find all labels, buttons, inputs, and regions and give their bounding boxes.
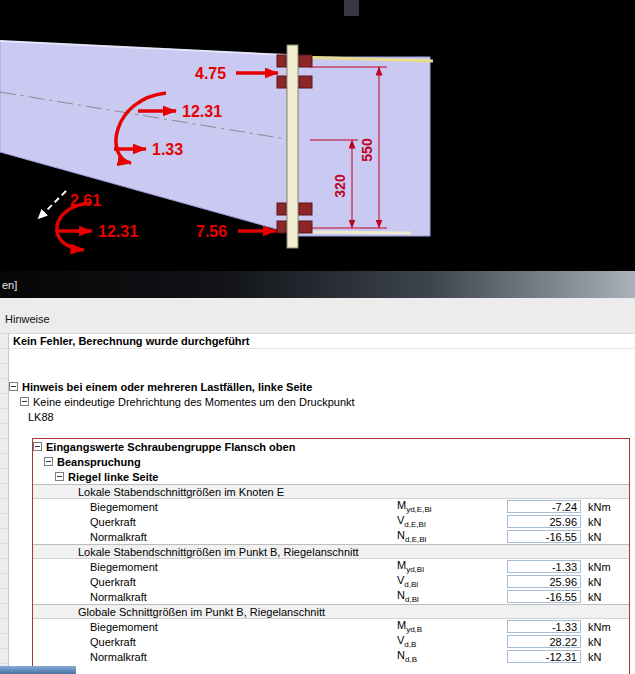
- value-cell: -1.33: [507, 560, 581, 573]
- value-text: 25.96: [549, 516, 577, 528]
- row-header-cell: [0, 649, 9, 664]
- quantity-label: Querkraft: [9, 516, 397, 528]
- tree-row-hinweis[interactable]: Hinweis bei einem oder mehreren Lastfäll…: [0, 379, 635, 394]
- panel-title: Hinweise: [5, 313, 50, 325]
- row-header-cell: [0, 454, 9, 469]
- row-header-cell: [0, 589, 9, 604]
- notes-grid[interactable]: Kein Fehler, Berechnung wurde durchgefüh…: [0, 333, 635, 674]
- symbol: Vd,E,Bl: [397, 514, 507, 529]
- status-message: Kein Fehler, Berechnung wurde durchgefüh…: [9, 335, 250, 347]
- empty-row: [0, 664, 635, 674]
- tree-label: LK88: [28, 411, 54, 423]
- status-row: Kein Fehler, Berechnung wurde durchgefüh…: [0, 334, 635, 349]
- value-cell: 25.96: [507, 575, 581, 588]
- value-cell: -16.55: [507, 590, 581, 603]
- window-titlebar[interactable]: en]: [0, 268, 635, 298]
- quantity-label: Normalkraft: [9, 651, 397, 663]
- beam-member: [0, 41, 287, 232]
- table-row: Normalkraft Nd,E,Bl -16.55 kN: [0, 529, 635, 544]
- value-text: -1.33: [552, 561, 577, 573]
- symbol: Vd,Bl: [397, 574, 507, 589]
- unit-label: kN: [583, 591, 635, 603]
- unit-label: kN: [583, 531, 635, 543]
- row-header-cell: [0, 439, 9, 454]
- symbol: Vd,B: [397, 634, 507, 649]
- symbol-subscript: yd,E,Bl: [406, 505, 431, 514]
- row-header-cell: [0, 364, 9, 379]
- symbol-main: N: [397, 589, 405, 601]
- model-viewport[interactable]: 550 320 4.75 12.31 1.33 2.61 12.31 7.56: [0, 0, 635, 268]
- unit-label: kN: [583, 636, 635, 648]
- quantity-label: Querkraft: [9, 576, 397, 588]
- symbol: Nd,Bl: [397, 589, 507, 604]
- end-plate: [287, 45, 298, 248]
- empty-row: [0, 364, 635, 379]
- symbol-main: M: [397, 559, 406, 571]
- unit-label: kNm: [583, 621, 635, 633]
- row-header-cell: [0, 499, 9, 514]
- symbol-main: N: [397, 649, 405, 661]
- tree-row-riegel[interactable]: Riegel linke Seite: [0, 469, 635, 484]
- symbol: Myd,B: [397, 619, 507, 634]
- unit-label: kN: [583, 576, 635, 588]
- table-row: Biegemoment Myd,Bl -1.33 kNm: [0, 559, 635, 574]
- force-label-1-33: 1.33: [152, 141, 183, 158]
- unit-label: kN: [583, 516, 635, 528]
- symbol-subscript: d,Bl: [405, 595, 419, 604]
- tree-row-lk88[interactable]: LK88: [0, 409, 635, 424]
- table-row: Normalkraft Nd,B -12.31 kN: [0, 649, 635, 664]
- viewport-corner-fragment: [344, 0, 359, 16]
- table-row: Querkraft Vd,B 28.22 kN: [0, 634, 635, 649]
- value-cell: 28.22: [507, 635, 581, 648]
- selected-row-fragment: [0, 666, 76, 674]
- moment-arc-bottom: [57, 203, 90, 250]
- collapse-expander-icon[interactable]: [55, 472, 64, 481]
- symbol-subscript: yd,Bl: [406, 565, 424, 574]
- row-header-cell: [0, 574, 9, 589]
- symbol-subscript: d,E,Bl: [404, 520, 425, 529]
- symbol: Myd,Bl: [397, 559, 507, 574]
- tree-row-eingangswerte[interactable]: Eingangswerte Schraubengruppe Flansch ob…: [0, 439, 635, 454]
- symbol-main: M: [397, 619, 406, 631]
- row-header-cell: [0, 634, 9, 649]
- force-label-12-31-top: 12.31: [182, 103, 222, 120]
- force-label-12-31-bottom: 12.31: [98, 223, 138, 240]
- value-text: -16.55: [546, 531, 577, 543]
- tree-row-drehrichtung[interactable]: Keine eindeutige Drehrichtung des Moment…: [0, 394, 635, 409]
- collapse-expander-icon[interactable]: [44, 457, 53, 466]
- force-label-7-56: 7.56: [196, 223, 227, 240]
- row-header-cell: [0, 394, 9, 409]
- section-title: Globale Schnittgrößen im Punkt B, Riegel…: [78, 606, 325, 618]
- collapse-expander-icon[interactable]: [20, 397, 29, 406]
- empty-row: [0, 349, 635, 364]
- section-header-row: Lokale Stabendschnittgrößen im Knoten E: [0, 484, 635, 499]
- dimension-label-550: 550: [359, 138, 375, 162]
- tree-label: Riegel linke Seite: [68, 471, 158, 483]
- table-row: Normalkraft Nd,Bl -16.55 kN: [0, 589, 635, 604]
- row-header-cell: [0, 604, 9, 619]
- symbol: Myd,E,Bl: [397, 499, 507, 514]
- section-title: Lokale Stabendschnittgrößen im Knoten E: [78, 486, 284, 498]
- symbol-subscript: d,Bl: [404, 580, 418, 589]
- row-header-cell: [0, 559, 9, 574]
- status-row-body: Kein Fehler, Berechnung wurde durchgefüh…: [9, 334, 635, 349]
- row-header-cell: [0, 514, 9, 529]
- table-row: Biegemoment Myd,E,Bl -7.24 kNm: [0, 499, 635, 514]
- value-text: -1.33: [552, 621, 577, 633]
- value-text: 28.22: [549, 636, 577, 648]
- row-header-cell: [0, 424, 9, 439]
- connection-scene: 550 320 4.75 12.31 1.33 2.61 12.31 7.56: [0, 0, 635, 268]
- unit-label: kNm: [583, 501, 635, 513]
- collapse-expander-icon[interactable]: [33, 442, 42, 451]
- value-cell: -1.33: [507, 620, 581, 633]
- row-header-cell: [0, 544, 9, 559]
- collapse-expander-icon[interactable]: [9, 382, 18, 391]
- row-header-cell: [0, 409, 9, 424]
- value-cell: -12.31: [507, 650, 581, 663]
- tree-row-beanspruchung[interactable]: Beanspruchung: [0, 454, 635, 469]
- row-header-cell: [0, 349, 9, 364]
- hinweise-panel: Hinweise Kein Fehler, Berechnung wurde d…: [0, 298, 635, 674]
- section-title: Lokale Stabendschnittgrößen im Punkt B, …: [78, 546, 359, 558]
- quantity-label: Biegemoment: [9, 501, 397, 513]
- symbol-subscript: d,E,Bl: [405, 535, 426, 544]
